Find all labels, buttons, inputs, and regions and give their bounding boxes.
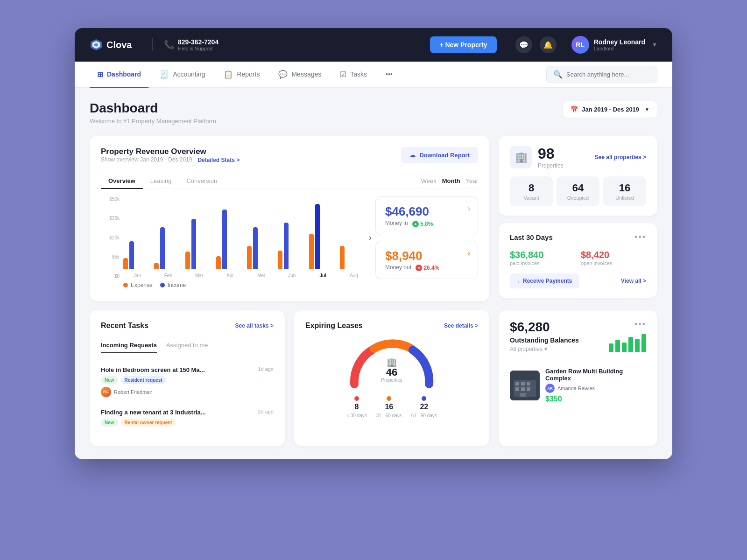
nav-item-accounting[interactable]: 🧾 Accounting <box>152 62 212 88</box>
chart-labels: Jan Feb Mar Apr Mei Jun Jul Aug <box>123 273 368 278</box>
label-jan: Jan <box>123 273 151 278</box>
properties-count: 98 <box>538 145 564 162</box>
nav-item-tasks[interactable]: ☑ Tasks <box>332 62 374 88</box>
legend-expense: Expense <box>123 282 153 288</box>
money-out-arrow[interactable]: › <box>468 249 470 257</box>
balance-title: Outstanding Balances <box>510 336 579 344</box>
receive-icon: ↓ <box>517 278 520 284</box>
see-details-link[interactable]: See details > <box>444 322 478 329</box>
money-out-amount: $8,940 <box>385 249 468 263</box>
badge-resident: Resident request <box>121 376 166 384</box>
legend-income: Income <box>160 282 186 288</box>
lease-legend-red: 8 < 30 days <box>346 396 367 418</box>
label-apr: Apr <box>216 273 244 278</box>
balance-sub: All properties ▾ <box>510 346 579 352</box>
occupied-count: 64 <box>562 182 594 194</box>
nav-item-reports[interactable]: 📋 Reports <box>216 62 267 88</box>
label-mar: Mar <box>185 273 213 278</box>
blue-dot <box>422 396 426 401</box>
chart-period: Week Month Year <box>421 177 478 184</box>
page-title: Dashboard <box>90 101 216 116</box>
chat-button[interactable]: 💬 <box>515 36 532 53</box>
bar-expense-jul <box>309 234 314 269</box>
date-chevron-icon: ▼ <box>645 107 649 112</box>
search-bar[interactable]: 🔍 <box>546 66 657 83</box>
tab-leasing[interactable]: Leasing <box>143 174 179 189</box>
balances-menu[interactable]: ••• <box>634 320 646 329</box>
properties-card: 🏢 98 Properties See all properties > 8 V… <box>499 136 657 216</box>
bar-income-mar <box>191 219 196 269</box>
bar-income-apr <box>222 210 227 269</box>
nav-item-more[interactable]: ••• <box>378 62 400 88</box>
user-profile[interactable]: RL Rodney Leonard Landlord ▼ <box>571 36 657 54</box>
nav-item-dashboard[interactable]: ⊞ Dashboard <box>90 62 148 88</box>
more-icon: ••• <box>386 70 393 78</box>
bar-expense-feb <box>154 263 159 269</box>
see-all-tasks-link[interactable]: See all tasks > <box>235 322 274 329</box>
mini-bar-2 <box>615 340 620 352</box>
period-year[interactable]: Year <box>466 177 478 184</box>
tab-conversion[interactable]: Conversion <box>179 174 225 189</box>
nav-label-reports: Reports <box>237 70 260 78</box>
receive-payments-button[interactable]: ↓ Receive Payments <box>510 273 579 288</box>
leases-total: 46 <box>381 367 402 378</box>
vacant-label: Vacant <box>515 195 547 201</box>
tab-incoming[interactable]: Incoming Requests <box>101 338 157 353</box>
bar-income-jan <box>129 241 134 269</box>
new-property-button[interactable]: + New Property <box>430 36 496 53</box>
search-input[interactable] <box>566 71 650 78</box>
money-in-card: › $46,690 Money in ▲ 5.8% <box>375 196 478 235</box>
money-in-arrow[interactable]: › <box>468 204 470 213</box>
chevron-icon: ▾ <box>544 346 547 352</box>
chevron-down-icon: ▼ <box>652 42 657 48</box>
receive-label: Receive Payments <box>523 278 572 284</box>
bar-income-feb <box>160 227 165 269</box>
period-month[interactable]: Month <box>442 177 460 184</box>
tab-overview[interactable]: Overview <box>101 174 143 189</box>
task-2-time: 2d ago <box>258 409 274 414</box>
task-item-2: Finding a new tenant at 3 Industria... 2… <box>101 403 274 435</box>
nav-item-messages[interactable]: 💬 Messages <box>271 62 329 88</box>
download-report-button[interactable]: ☁ Download Report <box>401 147 478 163</box>
header-icons: 💬 🔔 <box>515 36 557 53</box>
label-mei: Mei <box>247 273 275 278</box>
bar-expense-mar <box>185 252 190 269</box>
unlisted-label: Unlisted <box>609 195 641 201</box>
tab-assigned[interactable]: Assigned to me <box>166 338 208 353</box>
balance-amount: $6,280 <box>510 320 579 335</box>
invoices-card: Last 30 Days ••• $36,840 paid invoices $… <box>499 223 657 298</box>
user-initials: RL <box>576 41 585 49</box>
invoices-title: Last 30 Days <box>510 233 553 241</box>
tasks-icon: ☑ <box>340 70 346 79</box>
leases-card: Expiring Leases See details > <box>294 310 489 446</box>
mini-bar-6 <box>641 334 646 352</box>
badge-new-2: New <box>101 419 118 427</box>
notifications-button[interactable]: 🔔 <box>540 36 557 53</box>
chart-tabs: Overview Leasing Conversion Week Month Y… <box>101 173 478 189</box>
see-all-properties-link[interactable]: See all properties > <box>595 154 646 161</box>
badge-rental: Rental owner request <box>121 419 176 427</box>
tasks-title: Recent Tasks <box>101 322 148 330</box>
badge-new-1: New <box>101 376 118 384</box>
user-1-avatar: RF <box>101 387 111 397</box>
unlisted-count: 16 <box>609 182 641 194</box>
bar-group-jun <box>278 223 306 269</box>
bar-income-jul <box>315 204 320 269</box>
view-all-link[interactable]: View all > <box>621 278 646 284</box>
date-picker-button[interactable]: 📅 Jan 2019 - Des 2019 ▼ <box>563 101 657 118</box>
mini-bar-chart <box>609 333 646 352</box>
properties-label: Properties <box>538 162 564 169</box>
chart-next-arrow[interactable]: › <box>369 232 372 242</box>
detailed-stats-link[interactable]: Detailed Stats > <box>197 157 240 163</box>
task-1-title: Hole in Bedroom screen at 150 Ma... <box>101 366 205 373</box>
chart-legend: Expense Income <box>101 282 368 288</box>
phone-sub: Help & Support <box>178 46 218 51</box>
mini-bar-3 <box>622 343 627 352</box>
income-dot <box>160 283 165 287</box>
property-listing: Garden Row Multi Building Complex AR Ama… <box>510 360 646 403</box>
invoices-menu[interactable]: ••• <box>634 232 646 242</box>
property-name: Garden Row Multi Building Complex <box>545 368 646 382</box>
svg-rect-7 <box>527 382 530 385</box>
period-week[interactable]: Week <box>421 177 437 184</box>
header: Clova 📞 829-362-7204 Help & Support + Ne… <box>75 28 672 62</box>
